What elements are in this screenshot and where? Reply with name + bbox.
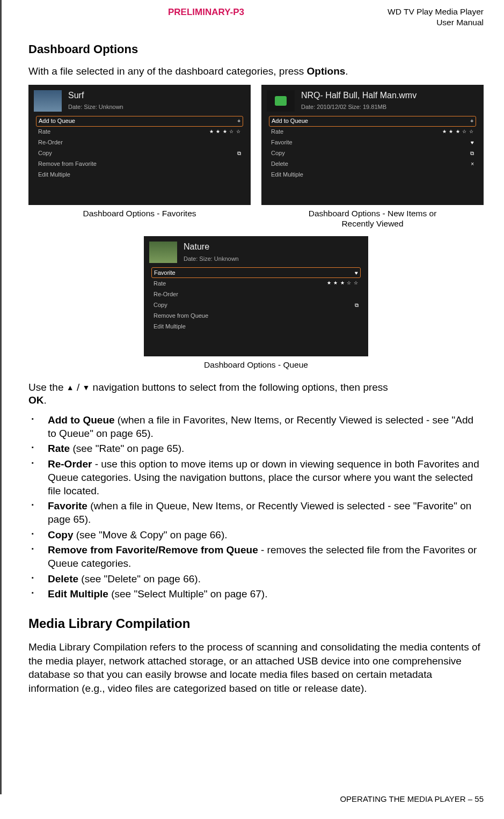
section-heading: Dashboard Options <box>28 42 484 57</box>
menu-item-reorder: Re-Order <box>36 137 243 148</box>
list-item: Favorite (when a file in Queue, New Item… <box>28 500 484 526</box>
video-icon <box>267 90 295 112</box>
menu-item-copy: Copy⧉ <box>36 148 243 159</box>
menu-item-rate: Rate★ ★ ★ ☆ ☆ <box>269 127 476 137</box>
copy-icon: ⧉ <box>470 150 474 157</box>
heart-icon: ♥ <box>471 139 474 146</box>
menu-item-favorite: Favorite♥ <box>269 137 476 148</box>
copy-icon: ⧉ <box>237 150 241 157</box>
plus-icon: + <box>470 118 473 125</box>
menu-item-delete: Delete× <box>269 159 476 170</box>
list-item: Re-Order - use this option to move items… <box>28 458 484 498</box>
menu-item-copy: Copy⧉ <box>269 148 476 159</box>
preliminary-stamp: PRELIMINARY-P3 <box>168 6 244 18</box>
screenshot-caption: Dashboard Options - New Items orRecently… <box>261 208 484 229</box>
screenshot-caption: Dashboard Options - Queue <box>144 360 368 370</box>
menu-item-edit-multiple: Edit Multiple <box>36 170 243 180</box>
menu-item-remove: Remove from Favorite <box>36 159 243 170</box>
list-item: Remove from Favorite/Remove from Queue -… <box>28 544 484 570</box>
section-heading: Media Library Compilation <box>28 615 484 632</box>
thumbnail-icon <box>149 242 177 263</box>
plus-icon: + <box>237 118 240 125</box>
screenshot-favorites: Surf Date: Size: Unknown Add to Queue+ R… <box>28 85 251 205</box>
heart-icon: ♥ <box>355 269 358 276</box>
down-arrow-icon: ▼ <box>82 383 90 392</box>
menu-item-edit-multiple: Edit Multiple <box>269 170 476 180</box>
menu-item-add-to-queue: Add to Queue+ <box>36 116 243 127</box>
page-footer: OPERATING THE MEDIA PLAYER – 55 <box>340 794 484 805</box>
screenshot-new-items: NRQ- Half Bull, Half Man.wmv Date: 2010/… <box>261 85 484 205</box>
list-item: Copy (see "Move & Copy" on page 66). <box>28 529 484 542</box>
options-list: Add to Queue (when a file in Favorites, … <box>28 414 484 601</box>
navigation-note: Use the ▲ / ▼ navigation buttons to sele… <box>28 381 484 407</box>
menu-item-copy: Copy⧉ <box>151 299 361 310</box>
menu-item-reorder: Re-Order <box>151 289 361 299</box>
up-arrow-icon: ▲ <box>67 383 74 392</box>
product-title: WD TV Play Media Player User Manual <box>388 6 484 28</box>
menu-item-edit-multiple: Edit Multiple <box>151 321 361 332</box>
list-item: Delete (see "Delete" on page 66). <box>28 573 484 586</box>
screenshot-caption: Dashboard Options - Favorites <box>28 208 251 218</box>
menu-item-rate: Rate★ ★ ★ ☆ ☆ <box>151 278 361 289</box>
list-item: Rate (see "Rate" on page 65). <box>28 442 484 456</box>
list-item: Add to Queue (when a file in Favorites, … <box>28 414 484 440</box>
page-header: PRELIMINARY-P3 WD TV Play Media Player U… <box>28 6 484 28</box>
menu-item-add-to-queue: Add to Queue+ <box>269 116 476 127</box>
menu-item-rate: Rate★ ★ ★ ☆ ☆ <box>36 127 243 137</box>
close-icon: × <box>471 160 474 167</box>
body-text: Media Library Compilation refers to the … <box>28 640 484 696</box>
thumbnail-icon <box>34 90 62 112</box>
menu-item-remove: Remove from Queue <box>151 310 361 321</box>
intro-text: With a file selected in any of the dashb… <box>28 65 484 78</box>
copy-icon: ⧉ <box>355 302 359 309</box>
menu-item-favorite: Favorite♥ <box>151 267 361 278</box>
screenshot-queue: Nature Date: Size: Unknown Favorite♥ Rat… <box>144 236 368 356</box>
list-item: Edit Multiple (see "Select Multiple" on … <box>28 588 484 601</box>
